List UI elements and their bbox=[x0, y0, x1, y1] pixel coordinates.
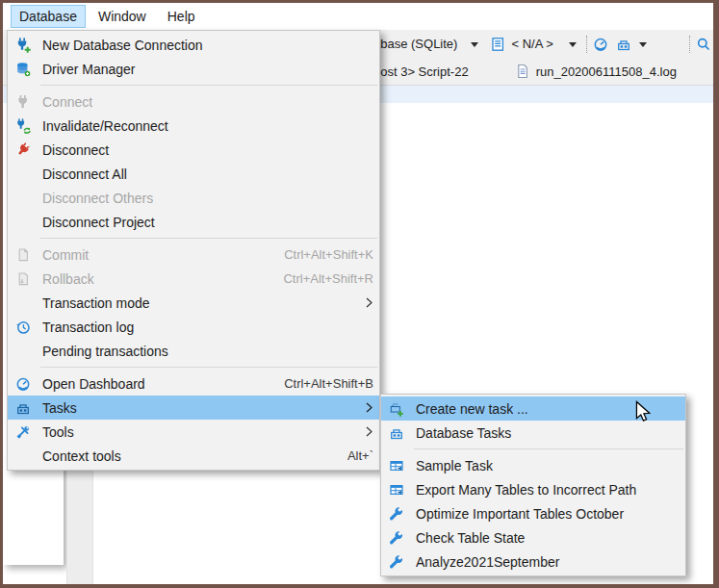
menu-separator bbox=[40, 85, 377, 86]
toolbar-separator bbox=[689, 36, 690, 53]
submenu-item-export-many-tables[interactable]: Export Many Tables to Incorrect Path bbox=[381, 477, 685, 501]
rollback-icon bbox=[15, 271, 31, 287]
menu-separator bbox=[414, 448, 683, 449]
menu-item-label: Optimize Important Tables October bbox=[416, 506, 680, 522]
chevron-down-icon[interactable] bbox=[639, 42, 647, 51]
result-list-icon bbox=[715, 64, 719, 79]
table-task-icon bbox=[389, 482, 404, 498]
menu-item-label: Tools bbox=[42, 424, 360, 440]
no-icon bbox=[15, 344, 31, 359]
menu-item-disconnect-all[interactable]: Disconnect All bbox=[8, 162, 379, 186]
no-icon bbox=[15, 448, 31, 464]
connect-icon bbox=[15, 94, 31, 110]
schema-selector[interactable]: < N/A > bbox=[490, 37, 576, 52]
connection-selector[interactable]: abase (SQLite) bbox=[373, 37, 478, 51]
tasks-crate-icon bbox=[616, 37, 631, 52]
wrench-icon bbox=[389, 554, 404, 570]
menu-item-tasks[interactable]: Tasks bbox=[8, 396, 379, 420]
menu-item-shortcut: Ctrl+Alt+Shift+R bbox=[283, 271, 373, 286]
tasks-button[interactable] bbox=[616, 37, 631, 52]
menu-item-label: Disconnect Project bbox=[42, 215, 373, 230]
no-icon bbox=[15, 166, 31, 182]
menubar-item-help[interactable]: Help bbox=[159, 5, 204, 28]
menu-item-commit: Commit Ctrl+Alt+Shift+K bbox=[8, 243, 379, 267]
submenu-item-optimize-important-tables[interactable]: Optimize Important Tables October bbox=[381, 501, 685, 525]
invalidate-reconnect-icon bbox=[15, 118, 31, 134]
menu-item-label: Check Table State bbox=[416, 530, 680, 546]
menu-item-label: Invalidate/Reconnect bbox=[42, 118, 373, 134]
menu-item-driver-manager[interactable]: Driver Manager bbox=[8, 57, 379, 81]
menu-item-new-database-connection[interactable]: New Database Connection bbox=[8, 33, 379, 57]
menu-item-transaction-mode[interactable]: Transaction mode bbox=[8, 291, 379, 315]
menu-separator bbox=[40, 238, 377, 239]
search-button[interactable] bbox=[696, 37, 711, 52]
disconnect-icon bbox=[15, 142, 31, 158]
menu-item-label: Export Many Tables to Incorrect Path bbox=[416, 482, 680, 498]
log-file-icon bbox=[515, 64, 530, 79]
database-menu: New Database Connection Driver Manager bbox=[7, 30, 380, 471]
dashboard-gauge-icon bbox=[593, 37, 608, 52]
create-new-task-icon bbox=[389, 401, 404, 417]
menu-item-disconnect-others: Disconnect Others bbox=[8, 186, 379, 210]
menu-item-label: Disconnect Others bbox=[42, 191, 373, 206]
menu-item-shortcut: Alt+` bbox=[347, 448, 373, 463]
tasks-icon bbox=[15, 400, 31, 416]
connection-selector-label: abase (SQLite) bbox=[373, 37, 457, 51]
menu-item-disconnect[interactable]: Disconnect bbox=[8, 138, 379, 162]
driver-manager-icon bbox=[15, 62, 31, 77]
side-rail bbox=[66, 463, 93, 584]
projects-panel bbox=[3, 463, 64, 565]
database-tasks-icon bbox=[389, 425, 404, 441]
menu-item-open-dashboard[interactable]: Open Dashboard Ctrl+Alt+Shift+B bbox=[8, 371, 379, 396]
menubar-item-window[interactable]: Window bbox=[90, 5, 155, 28]
menu-item-disconnect-project[interactable]: Disconnect Project bbox=[8, 210, 379, 234]
menubar-item-database[interactable]: Database bbox=[11, 5, 86, 28]
menu-item-label: Tasks bbox=[42, 400, 360, 416]
transaction-log-icon bbox=[15, 320, 31, 335]
tab-log-label: run_202006111508_4.log bbox=[536, 64, 677, 79]
chevron-down-icon bbox=[569, 42, 577, 51]
menu-item-label: New Database Connection bbox=[42, 38, 373, 53]
no-icon bbox=[15, 215, 31, 230]
no-icon bbox=[15, 191, 31, 206]
menu-item-label: Transaction mode bbox=[42, 295, 360, 311]
submenu-item-sample-task[interactable]: Sample Task bbox=[381, 453, 685, 477]
submenu-item-check-table-state[interactable]: Check Table State bbox=[381, 525, 685, 550]
table-task-icon bbox=[389, 458, 404, 473]
menubar: Database Window Help bbox=[3, 3, 713, 30]
menu-item-label: Connect bbox=[42, 94, 373, 110]
submenu-arrow-icon bbox=[360, 400, 373, 416]
tools-icon bbox=[15, 424, 31, 440]
submenu-arrow-icon bbox=[360, 424, 373, 440]
search-icon bbox=[696, 37, 711, 52]
tab-log[interactable]: run_202006111508_4.log bbox=[515, 64, 677, 79]
new-connection-icon bbox=[15, 38, 31, 53]
menu-item-context-tools[interactable]: Context tools Alt+` bbox=[8, 444, 379, 468]
menu-item-tools[interactable]: Tools bbox=[8, 420, 379, 444]
menu-item-label: Open Dashboard bbox=[42, 376, 272, 392]
menu-item-rollback: Rollback Ctrl+Alt+Shift+R bbox=[8, 267, 379, 291]
menu-item-label: Transaction log bbox=[42, 320, 373, 335]
mouse-cursor bbox=[635, 400, 652, 427]
schema-selector-label: < N/A > bbox=[511, 37, 552, 51]
menu-item-label: Context tools bbox=[42, 448, 336, 464]
menu-item-label: Analyze2021September bbox=[416, 554, 680, 570]
wrench-icon bbox=[389, 506, 404, 522]
submenu-item-analyze2021september[interactable]: Analyze2021September bbox=[381, 550, 685, 574]
menu-item-transaction-log[interactable]: Transaction log bbox=[8, 315, 379, 339]
no-icon bbox=[15, 295, 31, 311]
chevron-down-icon bbox=[471, 42, 478, 51]
tab-script[interactable]: host 3> Script-22 bbox=[373, 64, 469, 79]
toolbar-separator bbox=[586, 36, 587, 53]
menu-item-invalidate-reconnect[interactable]: Invalidate/Reconnect bbox=[8, 114, 379, 138]
menu-item-label: Sample Task bbox=[416, 458, 680, 473]
menu-item-label: Disconnect bbox=[42, 142, 373, 158]
menu-item-shortcut: Ctrl+Alt+Shift+B bbox=[284, 376, 373, 391]
open-dashboard-button[interactable] bbox=[593, 37, 608, 52]
app-window: abase (SQLite) < N/A > bbox=[0, 0, 719, 588]
menu-item-pending-transactions[interactable]: Pending transactions bbox=[8, 339, 379, 363]
commit-icon bbox=[15, 247, 31, 263]
tab-album[interactable]: Album bbox=[715, 64, 719, 79]
menu-item-label: Commit bbox=[42, 247, 272, 263]
open-dashboard-icon bbox=[15, 376, 31, 392]
